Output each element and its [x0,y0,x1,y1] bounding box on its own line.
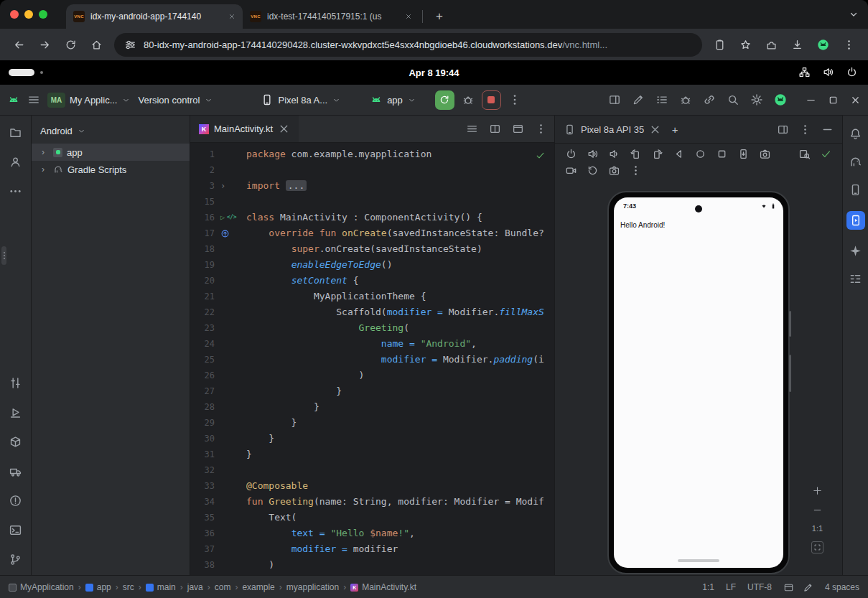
device-tab[interactable]: Pixel 8a API 35 [564,123,661,136]
running-devices-icon[interactable] [846,211,865,230]
split-editor-icon[interactable] [489,123,501,135]
screenshot-icon[interactable] [737,148,750,160]
inspection-status-icon[interactable] [535,150,546,161]
notifications-icon[interactable] [849,127,862,141]
new-tab-button[interactable]: + [430,7,449,26]
debug-button[interactable] [462,93,475,106]
snapshot-camera-icon[interactable] [608,164,620,177]
rotate-cw-icon[interactable] [651,148,663,160]
zoom-window-button[interactable] [39,10,47,19]
vcs-widget[interactable]: Version control [138,95,213,106]
stop-button[interactable] [482,90,501,110]
camera-icon[interactable] [759,148,771,160]
profiler-icon[interactable] [9,406,22,419]
breadcrumb-item[interactable]: java [187,582,203,592]
line-separator[interactable]: LF [726,582,736,592]
editor-tab-mainactivity[interactable]: MainActivity.kt [190,116,299,142]
snapshot-search-icon[interactable] [798,148,811,160]
add-device-button[interactable]: + [667,121,683,137]
screen-share-icon[interactable] [783,582,794,593]
menu-handle[interactable] [9,69,34,76]
device-selector[interactable]: Pixel 8a A... [261,93,341,106]
code-editor[interactable]: 1package com.example.myapplication23›imp… [190,143,554,575]
code-line-33[interactable]: 33@Composable [190,478,554,494]
close-tab-icon[interactable] [649,123,661,136]
breadcrumb-item[interactable]: MyApplication [9,582,74,592]
code-line-17[interactable]: 17 override fun onCreate(savedInstanceSt… [190,225,554,241]
extensions-icon[interactable] [765,39,778,51]
project-icon[interactable] [9,126,22,139]
zoom-out-icon[interactable] [812,505,823,515]
close-tab-icon[interactable] [228,13,235,20]
zoom-fit-icon[interactable] [811,541,823,553]
code-line-23[interactable]: 23 Greeting( [190,320,554,336]
bookmark-star-icon[interactable] [739,39,752,51]
build-variants-icon[interactable] [9,376,22,390]
downloads-icon[interactable] [791,39,803,51]
structure-icon[interactable] [849,272,862,286]
nav-overview-icon[interactable] [716,148,728,160]
code-line-26[interactable]: 26 ) [190,368,554,383]
override-gutter-icon[interactable] [220,229,230,238]
phone-screen[interactable]: 7:43 Hello Android! [614,197,783,568]
code-line-30[interactable]: 30 } [190,431,554,447]
nav-back-icon[interactable] [673,148,685,160]
code-line-2[interactable]: 2 [190,162,554,178]
file-encoding[interactable]: UTF-8 [747,582,772,592]
code-line-34[interactable]: 34fun Greeting(name: String, modifier: M… [190,494,554,510]
breadcrumb-item[interactable]: src [123,582,134,592]
code-line-35[interactable]: 35 Text( [190,510,554,525]
code-line-21[interactable]: 21 MyApplicationTheme { [190,289,554,304]
breadcrumb-item[interactable]: example [242,582,274,592]
project-widget[interactable]: MA My Applic... [47,93,131,108]
code-line-19[interactable]: 19 enableEdgeToEdge() [190,257,554,273]
hide-panel-icon[interactable] [821,123,834,136]
editor-options-icon[interactable] [466,123,478,135]
close-tab-icon[interactable] [278,123,290,135]
breadcrumb-item[interactable]: myapplication [286,582,339,592]
volume-up-icon[interactable] [587,148,599,160]
breadcrumb-item[interactable]: main [146,582,176,592]
browser-tab-active[interactable]: VNC idx-my-android-app-1744140 [66,4,243,29]
rotate-ccw-icon[interactable] [630,148,642,160]
close-icon[interactable] [850,95,861,106]
nav-home-icon[interactable] [694,148,706,160]
breadcrumb-item[interactable]: app [85,582,111,592]
more-tools-icon[interactable] [9,184,22,198]
code-line-16[interactable]: 16▷</>class MainActivity : ComponentActi… [190,210,554,225]
breadcrumb-item[interactable]: com [215,582,231,592]
code-line-29[interactable]: 29 } [190,415,554,431]
rerun-button[interactable] [435,90,454,110]
code-line-38[interactable]: 38 ) [190,557,554,573]
device-ready-icon[interactable] [820,148,832,160]
record-screen-icon[interactable] [565,164,577,177]
chrome-menu-icon[interactable] [843,39,855,51]
code-line-18[interactable]: 18 super.onCreate(savedInstanceState) [190,241,554,257]
breadcrumb-item[interactable]: MainActivity.kt [350,582,416,592]
browser-tab-inactive[interactable]: VNC idx-test-1744140517915:1 (us [243,4,419,29]
panel-more-icon[interactable] [799,123,811,136]
volume-down-icon[interactable] [608,148,620,160]
home-icon[interactable] [90,39,103,51]
build-analyzer-icon[interactable] [679,93,692,106]
back-icon[interactable] [13,39,25,51]
connections-icon[interactable] [798,66,811,78]
address-bar[interactable]: 80-idx-my-android-app-1744140290428.clus… [114,33,702,57]
forward-icon[interactable] [39,39,51,51]
reset-snapshot-icon[interactable] [587,164,599,177]
app-inspection-icon[interactable] [9,435,22,449]
search-everywhere-icon[interactable] [727,93,739,106]
device-manager-icon[interactable] [849,183,862,197]
indent-style[interactable]: 4 spaces [825,582,859,592]
power-icon[interactable] [846,66,858,78]
profile-avatar-icon[interactable] [817,39,829,51]
code-line-15[interactable]: 15 [190,194,554,210]
close-window-button[interactable] [10,10,19,19]
code-line-22[interactable]: 22 Scaffold(modifier = Modifier.fillMaxS [190,304,554,320]
power-icon[interactable] [565,148,577,160]
tree-item-gradle-scripts[interactable]: ›Gradle Scripts [32,161,190,178]
layout-inspector-icon[interactable] [608,93,621,106]
build-icon[interactable] [9,464,22,478]
minimize-window-button[interactable] [24,10,33,19]
gradle-icon[interactable] [849,155,862,169]
